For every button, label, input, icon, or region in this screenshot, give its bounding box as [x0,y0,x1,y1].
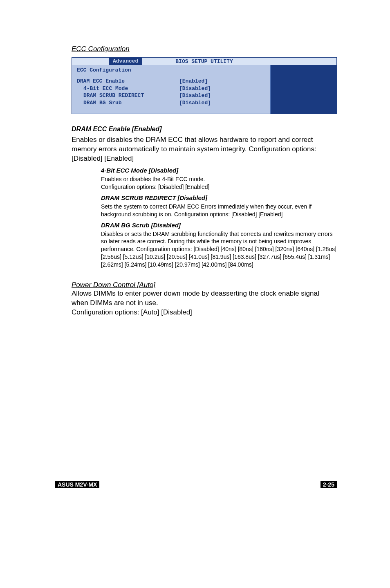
bios-tab-advanced: Advanced [109,58,142,65]
body-bg-scrub: Disables or sets the DRAM scrubbing func… [101,230,337,269]
section-title-power: Power Down Control [Auto] [72,281,337,289]
bios-row: DRAM ECC Enable [Enabled] [77,78,266,85]
body-dram-ecc-enable: Enables or disables the DRAM ECC that al… [72,135,337,164]
bios-row: 4-Bit ECC Mode [Disabled] [77,85,266,92]
bios-row-label: DRAM SCRUB REDIRECT [77,92,179,99]
bios-titlebar: Advanced BIOS SETUP UTILITY [72,58,336,65]
bios-row-value: [Disabled] [179,92,211,99]
body-scrub-redirect: Sets the system to correct DRAM ECC Erro… [101,203,337,218]
heading-bg-scrub: DRAM BG Scrub [Disabled] [101,222,337,229]
bios-section-label: ECC Configuration [77,67,266,75]
footer-page-number: 2-25 [321,481,337,488]
body-4bit-ecc: Enables or disables the 4-Bit ECC mode. … [101,175,337,191]
page-footer: ASUS M2V-MX 2-25 [0,481,390,488]
bios-panel: Advanced BIOS SETUP UTILITY ECC Configur… [72,57,337,114]
bios-row: DRAM BG Srub [Disabled] [77,99,266,107]
bios-body: ECC Configuration DRAM ECC Enable [Enabl… [72,65,336,114]
footer-model: ASUS M2V-MX [55,481,99,488]
heading-dram-ecc-enable: DRAM ECC Enable [Enabled] [72,126,337,133]
section-title: ECC Configuration [72,45,337,53]
heading-scrub-redirect: DRAM SCRUB REDIRECT [Disabled] [101,194,337,201]
bios-row-label: 4-Bit ECC Mode [77,85,179,92]
bios-row-label: DRAM ECC Enable [77,78,179,85]
bios-left-pane: ECC Configuration DRAM ECC Enable [Enabl… [72,65,271,114]
bios-row-value: [Enabled] [179,78,208,85]
heading-4bit-ecc: 4-Bit ECC Mode [Disabled] [101,167,337,174]
body-power: Allows DIMMs to enter power down mode by… [72,289,337,317]
bios-row: DRAM SCRUB REDIRECT [Disabled] [77,92,266,99]
bios-row-value: [Disabled] [179,99,211,107]
bios-row-value: [Disabled] [179,85,211,92]
bios-right-pane [271,65,336,114]
bios-row-label: DRAM BG Srub [77,99,179,107]
bios-title: BIOS SETUP UTILITY [175,58,233,65]
